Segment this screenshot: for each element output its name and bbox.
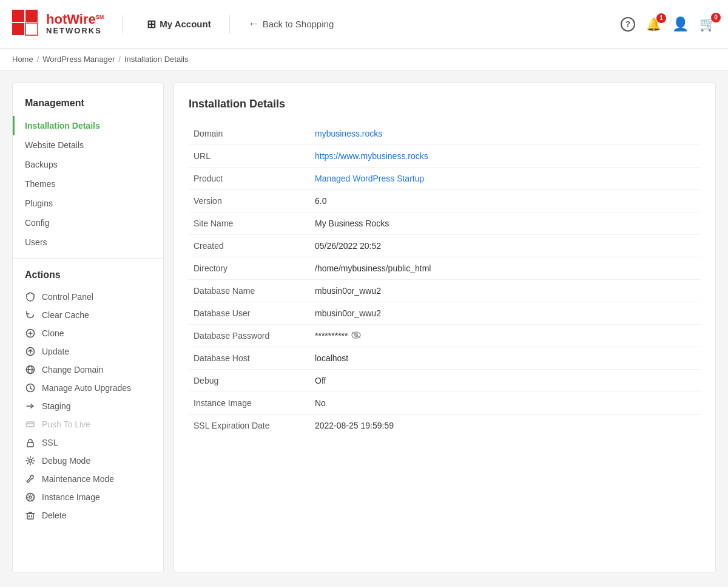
user-button[interactable]: 👤 bbox=[672, 16, 689, 32]
instance-image-icon bbox=[25, 492, 36, 502]
field-value-instance-image: No bbox=[310, 392, 701, 415]
back-arrow-icon: ← bbox=[248, 18, 259, 30]
breadcrumb-home[interactable]: Home bbox=[12, 55, 33, 64]
domain-link[interactable]: mybusiness.rocks bbox=[315, 129, 382, 138]
field-value-ssl-expiration: 2022-08-25 19:59:59 bbox=[310, 415, 701, 437]
header: hotWireSM NETWORKS ⊞ My Account ← Back t… bbox=[0, 0, 728, 49]
staging-icon bbox=[25, 401, 36, 411]
svg-point-17 bbox=[29, 496, 32, 498]
action-debug-mode[interactable]: Debug Mode bbox=[13, 452, 163, 470]
back-to-shopping-button[interactable]: ← Back to Shopping bbox=[248, 18, 334, 30]
content-area: Management Installation Details Website … bbox=[0, 70, 728, 585]
sidebar-nav-item-backups[interactable]: Backups bbox=[13, 155, 163, 174]
field-label-ssl-expiration: SSL Expiration Date bbox=[189, 415, 310, 437]
action-delete[interactable]: Delete bbox=[13, 506, 163, 524]
field-label-product: Product bbox=[189, 168, 310, 190]
field-value-database-password: ********** bbox=[310, 325, 701, 347]
sidebar-divider bbox=[13, 258, 163, 259]
sidebar-nav-item-themes[interactable]: Themes bbox=[13, 174, 163, 194]
help-button[interactable]: ? bbox=[621, 17, 635, 32]
password-value: ********** bbox=[315, 331, 348, 341]
header-divider-2 bbox=[229, 15, 230, 33]
refresh-icon bbox=[25, 310, 36, 320]
svg-point-18 bbox=[28, 495, 33, 500]
table-row: Created 05/26/2022 20:52 bbox=[189, 235, 701, 257]
wrench-icon bbox=[25, 474, 36, 484]
arrow-up-icon bbox=[25, 347, 36, 356]
svg-rect-3 bbox=[25, 23, 38, 35]
table-row: Domain mybusiness.rocks bbox=[189, 123, 701, 145]
logo: hotWireSM NETWORKS bbox=[12, 10, 104, 39]
action-control-panel-label: Control Panel bbox=[42, 292, 93, 302]
globe-icon bbox=[25, 365, 36, 375]
breadcrumb-current: Installation Details bbox=[124, 55, 189, 64]
action-staging-label: Staging bbox=[42, 401, 70, 411]
installation-details-table: Domain mybusiness.rocks URL https://www.… bbox=[189, 123, 701, 436]
action-maintenance-mode[interactable]: Maintenance Mode bbox=[13, 470, 163, 488]
action-ssl[interactable]: SSL bbox=[13, 433, 163, 452]
management-section-title: Management bbox=[13, 93, 163, 116]
breadcrumb-sep-1: / bbox=[37, 55, 39, 64]
gear-icon bbox=[25, 456, 36, 466]
sidebar-nav-item-website-details[interactable]: Website Details bbox=[13, 135, 163, 155]
sidebar-nav-item-users[interactable]: Users bbox=[13, 232, 163, 252]
action-control-panel[interactable]: Control Panel bbox=[13, 288, 163, 306]
logo-text: hotWireSM NETWORKS bbox=[46, 12, 104, 35]
action-instance-image[interactable]: Instance Image bbox=[13, 488, 163, 506]
table-row: SSL Expiration Date 2022-08-25 19:59:59 bbox=[189, 415, 701, 437]
toggle-password-icon[interactable] bbox=[351, 331, 361, 341]
field-value-site-name: My Business Rocks bbox=[310, 212, 701, 235]
sidebar: Management Installation Details Website … bbox=[12, 83, 164, 572]
action-change-domain[interactable]: Change Domain bbox=[13, 361, 163, 379]
action-push-to-live-label: Push To Live bbox=[42, 419, 90, 429]
field-label-database-password: Database Password bbox=[189, 325, 310, 347]
field-label-database-name: Database Name bbox=[189, 280, 310, 302]
logo-graphic bbox=[12, 10, 41, 39]
field-value-directory: /home/mybusiness/public_html bbox=[310, 257, 701, 280]
table-row: Database Password ********** bbox=[189, 325, 701, 347]
svg-point-15 bbox=[29, 460, 32, 463]
table-row: Database User mbusin0or_wwu2 bbox=[189, 302, 701, 325]
table-row: Database Name mbusin0or_wwu2 bbox=[189, 280, 701, 302]
svg-rect-19 bbox=[27, 514, 33, 519]
action-manage-auto-upgrades[interactable]: Manage Auto Upgrades bbox=[13, 379, 163, 397]
cart-badge: 0 bbox=[711, 13, 721, 22]
field-value-debug: Off bbox=[310, 370, 701, 392]
svg-rect-14 bbox=[27, 443, 33, 447]
product-link[interactable]: Managed WordPress Startup bbox=[315, 174, 424, 183]
main-panel: Installation Details Domain mybusiness.r… bbox=[174, 83, 716, 572]
cart-button[interactable]: 🛒 0 bbox=[699, 16, 716, 32]
breadcrumb-wordpress-manager[interactable]: WordPress Manager bbox=[42, 55, 115, 64]
field-value-database-user: mbusin0or_wwu2 bbox=[310, 302, 701, 325]
breadcrumb: Home / WordPress Manager / Installation … bbox=[0, 49, 728, 70]
field-label-directory: Directory bbox=[189, 257, 310, 280]
table-row: Database Host localhost bbox=[189, 347, 701, 370]
header-divider-1 bbox=[122, 15, 123, 33]
field-value-created: 05/26/2022 20:52 bbox=[310, 235, 701, 257]
field-value-url: https://www.mybusiness.rocks bbox=[310, 145, 701, 168]
field-value-domain: mybusiness.rocks bbox=[310, 123, 701, 145]
sidebar-nav-item-plugins[interactable]: Plugins bbox=[13, 194, 163, 213]
page-title: Installation Details bbox=[189, 98, 701, 110]
notifications-button[interactable]: 🔔 1 bbox=[646, 17, 661, 32]
field-value-version: 6.0 bbox=[310, 190, 701, 212]
table-row: Site Name My Business Rocks bbox=[189, 212, 701, 235]
table-row: Debug Off bbox=[189, 370, 701, 392]
action-clone[interactable]: Clone bbox=[13, 324, 163, 342]
my-account-button[interactable]: ⊞ My Account bbox=[147, 18, 211, 31]
action-delete-label: Delete bbox=[42, 511, 66, 520]
logo-name: hotWireSM bbox=[46, 12, 104, 27]
sidebar-nav-item-installation-details[interactable]: Installation Details bbox=[13, 116, 163, 135]
breadcrumb-sep-2: / bbox=[118, 55, 121, 64]
table-row: URL https://www.mybusiness.rocks bbox=[189, 145, 701, 168]
url-link[interactable]: https://www.mybusiness.rocks bbox=[315, 151, 428, 161]
action-update[interactable]: Update bbox=[13, 342, 163, 361]
sidebar-nav-item-config[interactable]: Config bbox=[13, 213, 163, 232]
svg-rect-2 bbox=[12, 23, 24, 35]
action-clear-cache[interactable]: Clear Cache bbox=[13, 306, 163, 324]
action-clone-label: Clone bbox=[42, 328, 64, 338]
action-clear-cache-label: Clear Cache bbox=[42, 310, 89, 320]
table-row: Directory /home/mybusiness/public_html bbox=[189, 257, 701, 280]
svg-rect-12 bbox=[27, 422, 34, 427]
action-staging[interactable]: Staging bbox=[13, 397, 163, 415]
